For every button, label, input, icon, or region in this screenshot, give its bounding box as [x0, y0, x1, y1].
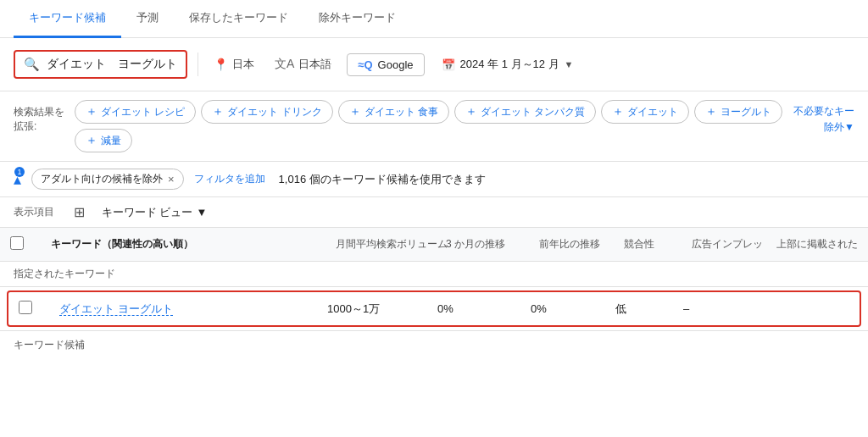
location-icon: 📍	[214, 58, 228, 71]
chip-yogurt[interactable]: ＋ ヨーグルト	[694, 100, 782, 124]
location-label: 日本	[232, 57, 254, 72]
section-specified-keywords: 指定されたキーワード	[0, 262, 868, 287]
view-title-label: キーワード ビュー	[102, 205, 193, 220]
language-icon: 文A	[275, 57, 294, 72]
view-bar: 表示項目 ⊞ キーワード ビュー ▼	[0, 197, 868, 228]
display-items-label: 表示項目	[14, 205, 54, 219]
chip-diet-recipe[interactable]: ＋ ダイエット レシピ	[75, 100, 196, 124]
search-value: ダイエット ヨーグルト	[47, 57, 177, 72]
row-volume: 1000～1万	[317, 293, 427, 325]
chevron-down-icon: ▼	[565, 59, 574, 69]
plus-icon: ＋	[86, 104, 97, 119]
search-icon: 🔍	[24, 57, 40, 72]
chip-label: ダイエット	[627, 105, 678, 119]
row-keyword[interactable]: ダイエット ヨーグルト	[49, 293, 317, 325]
plus-icon: ＋	[212, 104, 224, 119]
keyword-link[interactable]: ダイエット ヨーグルト	[59, 302, 173, 316]
th-checkbox[interactable]	[0, 228, 41, 261]
th-top: 上部に掲載された	[766, 229, 868, 260]
expand-label: 検索結果を拡張:	[14, 105, 64, 134]
chip-diet-meal[interactable]: ＋ ダイエット 食事	[338, 100, 449, 124]
engine-selector[interactable]: ≈Q Google	[347, 53, 424, 76]
filter-tag-label: アダルト向けの候補を除外	[41, 172, 163, 186]
remove-filter-icon[interactable]: ×	[168, 173, 175, 185]
chip-label: ダイエット レシピ	[101, 105, 185, 119]
language-label: 日本語	[298, 57, 331, 72]
plus-icon: ＋	[465, 104, 477, 119]
th-3month: 3 か月の推移	[436, 229, 529, 260]
funnel-badge: 1	[14, 167, 25, 177]
date-label: 2024 年 1 月～12 月	[460, 57, 559, 72]
section-keyword-candidates: キーワード候補	[0, 330, 868, 359]
row-competition: 低	[605, 293, 673, 325]
search-box[interactable]: 🔍 ダイエット ヨーグルト	[14, 50, 187, 79]
chip-label: 減量	[101, 134, 121, 148]
row-yoy: 0%	[520, 294, 605, 324]
row-3month: 0%	[427, 294, 520, 324]
chip-label: ヨーグルト	[721, 105, 771, 119]
row-checkbox[interactable]	[19, 301, 32, 314]
expand-area: 検索結果を拡張: ＋ ダイエット レシピ ＋ ダイエット ドリンク ＋ ダイエッ…	[0, 91, 868, 162]
chip-diet[interactable]: ＋ ダイエット	[601, 100, 689, 124]
th-yoy: 前年比の推移	[529, 229, 614, 260]
adult-filter-tag[interactable]: アダルト向けの候補を除外 ×	[31, 169, 184, 190]
engine-label: Google	[378, 58, 414, 71]
select-all-checkbox[interactable]	[10, 236, 24, 250]
grid-view-icon[interactable]: ⊞	[74, 204, 85, 220]
chip-label: ダイエット 食事	[364, 105, 438, 119]
row-impressions: –	[673, 294, 758, 324]
tab-excluded-keywords[interactable]: 除外キーワード	[303, 0, 411, 38]
tab-keyword-candidates[interactable]: キーワード候補	[14, 0, 121, 38]
filter-bar: ▴ 1 アダルト向けの候補を除外 × フィルタを追加 1,016 個のキーワード…	[0, 162, 868, 197]
plus-icon: ＋	[349, 104, 361, 119]
expand-link[interactable]: 不必要なキー 除外▼	[793, 103, 854, 136]
plus-icon: ＋	[705, 104, 717, 119]
th-impressions: 広告インプレッ	[682, 229, 766, 260]
th-competition: 競合性	[614, 229, 682, 260]
chip-diet-drink[interactable]: ＋ ダイエット ドリンク	[201, 100, 332, 124]
search-area: 🔍 ダイエット ヨーグルト 📍 日本 文A 日本語 ≈Q Google 📅 20…	[0, 38, 868, 91]
plus-icon: ＋	[86, 133, 97, 148]
th-keyword: キーワード（関連性の高い順）	[41, 229, 326, 260]
chip-label: ダイエット タンパク質	[481, 105, 585, 119]
add-filter-button[interactable]: フィルタを追加	[194, 172, 265, 186]
view-selector[interactable]: キーワード ビュー ▼	[102, 205, 208, 220]
chevron-view-icon: ▼	[196, 206, 207, 218]
chip-weight-loss[interactable]: ＋ 減量	[75, 129, 132, 152]
separator	[198, 53, 198, 76]
row-checkbox-cell[interactable]	[8, 292, 49, 325]
chips-area: ＋ ダイエット レシピ ＋ ダイエット ドリンク ＋ ダイエット 食事 ＋ ダイ…	[75, 100, 783, 152]
row-top	[758, 301, 860, 318]
date-picker[interactable]: 📅 2024 年 1 月～12 月 ▼	[435, 53, 581, 76]
date-icon: 📅	[442, 58, 455, 71]
plus-icon: ＋	[612, 104, 624, 119]
engine-icon: ≈Q	[358, 58, 372, 71]
location-filter[interactable]: 📍 日本	[209, 53, 259, 75]
table-row: ダイエット ヨーグルト 1000～1万 0% 0% 低 –	[7, 290, 861, 327]
tab-saved-keywords[interactable]: 保存したキーワード	[174, 0, 303, 38]
chip-label: ダイエット ドリンク	[227, 105, 321, 119]
language-filter[interactable]: 文A 日本語	[270, 53, 337, 75]
table-header: キーワード（関連性の高い順） 月間平均検索ボリューム 3 か月の推移 前年比の推…	[0, 228, 868, 262]
th-volume: 月間平均検索ボリューム	[326, 229, 436, 260]
keyword-count: 1,016 個のキーワード候補を使用できます	[279, 172, 486, 187]
tabs-bar: キーワード候補 予測 保存したキーワード 除外キーワード	[0, 0, 868, 38]
funnel-wrapper: ▴ 1	[14, 170, 21, 189]
tab-forecast[interactable]: 予測	[121, 0, 174, 38]
chip-diet-protein[interactable]: ＋ ダイエット タンパク質	[454, 100, 596, 124]
